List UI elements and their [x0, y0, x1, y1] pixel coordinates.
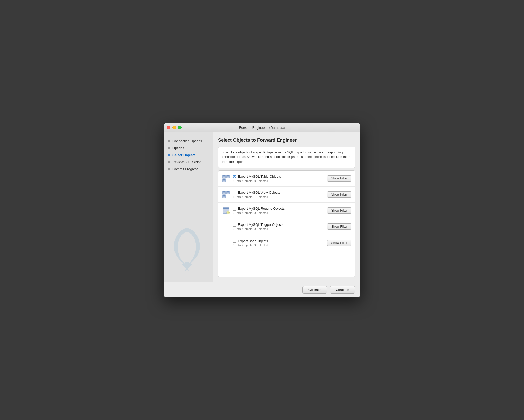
svg-rect-9: [223, 179, 225, 180]
traffic-lights: [167, 126, 182, 129]
object-info-trigger: Export MySQL Trigger Objects 0 Total Obj…: [233, 223, 283, 230]
object-count-trigger: 0 Total Objects. 0 Selected: [233, 227, 283, 230]
object-row-user: Export User Objects 0 Total Objects. 0 S…: [218, 235, 355, 251]
object-name-user: Export User Objects: [238, 239, 268, 243]
show-filter-button-view[interactable]: Show Filter: [327, 191, 351, 198]
description-text: To exclude objects of a specific type fr…: [222, 151, 350, 164]
object-row-trigger: Export MySQL Trigger Objects 0 Total Obj…: [218, 219, 355, 235]
show-filter-button-routine[interactable]: Show Filter: [327, 207, 351, 214]
svg-rect-21: [227, 193, 229, 194]
show-filter-button-table[interactable]: Show Filter: [327, 175, 351, 182]
svg-rect-15: [223, 191, 225, 192]
svg-rect-16: [223, 192, 225, 193]
objects-list: Export MySQL Table Objects 8 Total Objec…: [218, 170, 355, 277]
svg-rect-17: [223, 193, 225, 194]
sidebar-dot-connection: [168, 140, 170, 142]
watermark: [166, 226, 208, 272]
close-button[interactable]: [167, 126, 170, 129]
object-row-table: Export MySQL Table Objects 8 Total Objec…: [218, 171, 355, 187]
object-row-left-routine: f Export MySQL Routine Objects 0 Total O…: [222, 206, 327, 215]
svg-rect-5: [227, 175, 229, 176]
object-info-view: Export MySQL View Objects 1 Total Object…: [233, 191, 280, 198]
object-label-row-user: Export User Objects: [233, 239, 268, 243]
svg-rect-3: [223, 177, 225, 178]
object-info-table: Export MySQL Table Objects 8 Total Objec…: [233, 175, 281, 182]
table-icon: [222, 174, 230, 183]
main-window: Forward Engineer to Database Connection …: [164, 123, 360, 297]
object-count-view: 1 Total Objects. 1 Selected: [233, 195, 280, 198]
sidebar-dot-review: [168, 161, 170, 163]
checkbox-table[interactable]: [233, 175, 236, 178]
checkbox-trigger[interactable]: [233, 223, 236, 227]
continue-button[interactable]: Continue: [330, 286, 355, 294]
object-count-routine: 0 Total Objects. 0 Selected: [233, 211, 285, 214]
maximize-button[interactable]: [178, 126, 182, 129]
content-area: Connection Options Options Select Object…: [164, 132, 360, 282]
sidebar-item-commit[interactable]: Commit Progress: [164, 166, 213, 172]
sidebar: Connection Options Options Select Object…: [164, 132, 213, 282]
object-name-trigger: Export MySQL Trigger Objects: [238, 223, 283, 227]
go-back-button[interactable]: Go Back: [302, 286, 327, 294]
description-box: To exclude objects of a specific type fr…: [218, 147, 355, 168]
sidebar-item-connection-options[interactable]: Connection Options: [164, 138, 213, 145]
checkbox-routine[interactable]: [233, 207, 236, 211]
svg-rect-25: [223, 197, 225, 198]
svg-rect-31: [223, 211, 227, 211]
sidebar-label-select: Select Objects: [172, 153, 196, 157]
object-name-view: Export MySQL View Objects: [238, 191, 280, 194]
checkbox-view[interactable]: [233, 191, 236, 194]
object-name-table: Export MySQL Table Objects: [238, 175, 281, 178]
checkbox-user[interactable]: [233, 239, 236, 243]
svg-rect-10: [223, 180, 225, 181]
svg-rect-7: [227, 177, 229, 178]
page-title: Select Objects to Forward Engineer: [218, 138, 355, 143]
object-row-view: Export MySQL View Objects 1 Total Object…: [218, 187, 355, 203]
object-row-left-table: Export MySQL Table Objects 8 Total Objec…: [222, 174, 327, 183]
sidebar-dot-commit: [168, 168, 170, 170]
object-info-routine: Export MySQL Routine Objects 0 Total Obj…: [233, 207, 285, 214]
object-count-table: 8 Total Objects. 8 Selected: [233, 179, 281, 182]
sidebar-item-options[interactable]: Options: [164, 145, 213, 152]
svg-rect-1: [223, 175, 225, 176]
object-row-left-trigger: Export MySQL Trigger Objects 0 Total Obj…: [222, 223, 327, 230]
object-row-left-view: Export MySQL View Objects 1 Total Object…: [222, 190, 327, 199]
minimize-button[interactable]: [172, 126, 176, 129]
object-count-user: 0 Total Objects. 0 Selected: [233, 244, 268, 247]
object-name-routine: Export MySQL Routine Objects: [238, 207, 285, 211]
sidebar-label-review: Review SQL Script: [172, 160, 201, 164]
sidebar-label-connection: Connection Options: [172, 139, 202, 143]
svg-rect-19: [227, 191, 229, 192]
object-label-row-view: Export MySQL View Objects: [233, 191, 280, 194]
object-row-left-user: Export User Objects 0 Total Objects. 0 S…: [222, 239, 327, 247]
titlebar: Forward Engineer to Database: [164, 123, 360, 132]
view-icon: [222, 190, 230, 199]
object-label-row-trigger: Export MySQL Trigger Objects: [233, 223, 283, 227]
svg-rect-29: [223, 208, 229, 209]
sidebar-label-commit: Commit Progress: [172, 167, 198, 171]
svg-rect-23: [223, 195, 225, 196]
svg-rect-11: [223, 181, 225, 182]
object-label-row-routine: Export MySQL Routine Objects: [233, 207, 285, 211]
svg-rect-30: [223, 210, 229, 210]
sidebar-item-review-sql[interactable]: Review SQL Script: [164, 159, 213, 166]
object-info-user: Export User Objects 0 Total Objects. 0 S…: [233, 239, 268, 247]
svg-rect-20: [227, 192, 229, 193]
sidebar-label-options: Options: [172, 146, 184, 150]
footer: Go Back Continue: [164, 282, 360, 297]
window-title: Forward Engineer to Database: [239, 126, 285, 130]
routine-icon: f: [222, 206, 230, 215]
svg-rect-24: [223, 196, 225, 197]
sidebar-dot-select: [168, 154, 170, 156]
main-content: Select Objects to Forward Engineer To ex…: [213, 132, 360, 282]
object-label-row-table: Export MySQL Table Objects: [233, 175, 281, 178]
show-filter-button-user[interactable]: Show Filter: [327, 240, 351, 246]
svg-rect-2: [223, 176, 225, 177]
show-filter-button-trigger[interactable]: Show Filter: [327, 223, 351, 230]
svg-rect-6: [227, 176, 229, 177]
sidebar-dot-options: [168, 147, 170, 149]
object-row-routine: f Export MySQL Routine Objects 0 Total O…: [218, 203, 355, 219]
sidebar-item-select-objects[interactable]: Select Objects: [164, 152, 213, 159]
